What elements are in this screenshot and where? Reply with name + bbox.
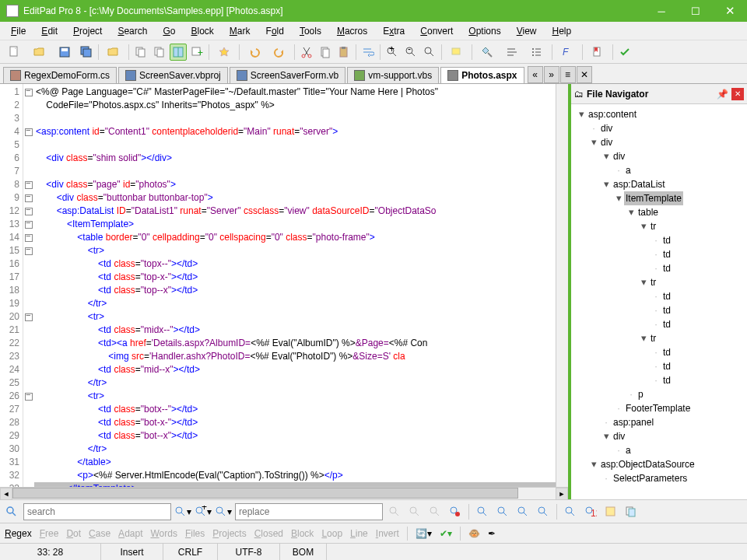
files-button[interactable] — [151, 44, 168, 61]
nav-tr[interactable]: ▾tr — [573, 275, 745, 289]
nav-td[interactable]: ·td — [573, 233, 745, 247]
opt-loop[interactable]: Loop — [321, 528, 342, 539]
nav-td[interactable]: ·td — [573, 317, 745, 331]
nav-td[interactable]: ·td — [573, 247, 745, 261]
nav-div[interactable]: ▾div — [573, 135, 745, 149]
minimize-button[interactable]: ─ — [644, 0, 679, 22]
menu-options[interactable]: Options — [461, 24, 508, 38]
open-project-button[interactable] — [102, 44, 125, 61]
menu-extra[interactable]: Extra — [375, 24, 412, 38]
replace-stop-button[interactable] — [447, 503, 464, 520]
nav-FooterTemplate[interactable]: ·FooterTemplate — [573, 401, 745, 415]
find-in-files-4[interactable] — [535, 503, 552, 520]
nav-asp:content[interactable]: ▾asp:content — [573, 107, 745, 121]
opt-words[interactable]: Words — [150, 528, 177, 539]
word-wrap-button[interactable] — [359, 44, 377, 61]
menu-convert[interactable]: Convert — [412, 24, 461, 38]
opt-block[interactable]: Block — [291, 528, 314, 539]
menu-file[interactable]: File — [3, 24, 33, 38]
tab-ScreenSaver.vbproj[interactable]: ScreenSaver.vbproj — [118, 67, 228, 83]
nav-asp:DataList[interactable]: ▾asp:DataList — [573, 177, 745, 191]
code-area[interactable]: <%@ Page Language="C#" MasterPageFile="~… — [34, 84, 556, 487]
navigator-tree[interactable]: ▾asp:content·div▾div▾div·a▾asp:DataList▾… — [571, 104, 747, 499]
menu-macros[interactable]: Macros — [329, 24, 375, 38]
bookmark-button[interactable] — [586, 44, 609, 61]
close-button[interactable]: ✕ — [713, 0, 747, 22]
nav-asp:ObjectDataSource[interactable]: ▾asp:ObjectDataSource — [573, 457, 745, 471]
replace-next-button[interactable] — [386, 503, 403, 520]
search-icon[interactable] — [3, 503, 20, 520]
highlight-button[interactable] — [445, 44, 468, 61]
tab-RegexDemoForm.cs[interactable]: RegexDemoForm.cs — [3, 67, 117, 83]
tab-close[interactable]: ✕ — [577, 66, 592, 83]
tab-next[interactable]: » — [544, 66, 559, 83]
horizontal-scrollbar[interactable]: ◄► — [0, 487, 568, 499]
nav-a[interactable]: ·a — [573, 443, 745, 457]
menu-project[interactable]: Project — [65, 24, 110, 38]
opt-projects[interactable]: Projects — [212, 528, 246, 539]
tab-list[interactable]: ≡ — [560, 66, 576, 83]
menu-help[interactable]: Help — [545, 24, 580, 38]
menu-block[interactable]: Block — [184, 24, 222, 38]
menu-go[interactable]: Go — [155, 24, 183, 38]
fold-search-button[interactable] — [562, 503, 579, 520]
tab-Photos.aspx[interactable]: Photos.aspx — [440, 67, 524, 83]
search-next-button[interactable]: ▾ — [174, 503, 191, 520]
copy-clipboard-button[interactable] — [317, 44, 334, 61]
panel-toggle-button[interactable] — [170, 44, 187, 61]
opt-invert[interactable]: Invert — [376, 528, 399, 539]
save-file-button[interactable] — [53, 44, 76, 61]
search-input[interactable] — [23, 503, 171, 520]
add-button[interactable]: + — [188, 44, 205, 61]
nav-td[interactable]: ·td — [573, 303, 745, 317]
list-button[interactable] — [525, 44, 549, 61]
nav-p[interactable]: ·p — [573, 387, 745, 401]
list-results-button[interactable] — [602, 503, 619, 520]
zoom-out-button[interactable]: - — [402, 44, 419, 61]
find-in-files-1[interactable] — [474, 503, 491, 520]
opt-line[interactable]: Line — [350, 528, 368, 539]
menu-tools[interactable]: Tools — [292, 24, 329, 38]
highlight-all-button[interactable]: ▾ — [215, 503, 232, 520]
nav-td[interactable]: ·td — [573, 359, 745, 373]
tab-prev[interactable]: « — [528, 66, 543, 83]
menu-view[interactable]: View — [509, 24, 545, 38]
nav-td[interactable]: ·td — [573, 261, 745, 275]
pin-icon[interactable]: 📌 — [716, 88, 728, 100]
search-prev-button[interactable]: +▾ — [195, 503, 212, 520]
menu-mark[interactable]: Mark — [222, 24, 258, 38]
nav-td[interactable]: ·td — [573, 289, 745, 303]
opt-free[interactable]: Free — [40, 528, 59, 539]
format-button[interactable] — [500, 44, 524, 61]
copy-results-button[interactable] — [622, 503, 640, 520]
check-button[interactable] — [616, 44, 633, 61]
nav-td[interactable]: ·td — [573, 345, 745, 359]
tab-ScreenSaverForm.vb[interactable]: ScreenSaverForm.vb — [230, 67, 345, 83]
menu-search[interactable]: Search — [110, 24, 155, 38]
replace-all-button[interactable] — [406, 503, 423, 520]
zoom-reset-button[interactable] — [421, 44, 438, 61]
nav-tr[interactable]: ▾tr — [573, 331, 745, 345]
redo-button[interactable] — [268, 44, 291, 61]
cut-button[interactable] — [298, 44, 315, 61]
menu-fold[interactable]: Fold — [258, 24, 292, 38]
opt-regex[interactable]: Regex — [5, 528, 32, 539]
nav-a[interactable]: ·a — [573, 163, 745, 177]
opt-apply[interactable]: ✔▾ — [440, 528, 452, 539]
undo-button[interactable] — [243, 44, 266, 61]
opt-macro1[interactable]: 🐵 — [468, 528, 480, 539]
favorites-button[interactable] — [212, 44, 236, 61]
tab-vm-support.vbs[interactable]: vm-support.vbs — [347, 67, 439, 83]
replace-input[interactable] — [235, 503, 383, 520]
paste-button[interactable] — [335, 44, 352, 61]
opt-macro2[interactable]: ✒ — [488, 528, 496, 539]
find-in-files-2[interactable] — [494, 503, 511, 520]
replace-btn3[interactable] — [426, 503, 444, 520]
opt-adapt[interactable]: Adapt — [118, 528, 142, 539]
nav-div[interactable]: ·div — [573, 121, 745, 135]
opt-case[interactable]: Case — [89, 528, 110, 539]
opt-dot[interactable]: Dot — [66, 528, 81, 539]
count-button[interactable]: 123 — [582, 503, 599, 520]
find-in-files-3[interactable] — [514, 503, 531, 520]
zoom-in-button[interactable]: + — [384, 44, 401, 61]
